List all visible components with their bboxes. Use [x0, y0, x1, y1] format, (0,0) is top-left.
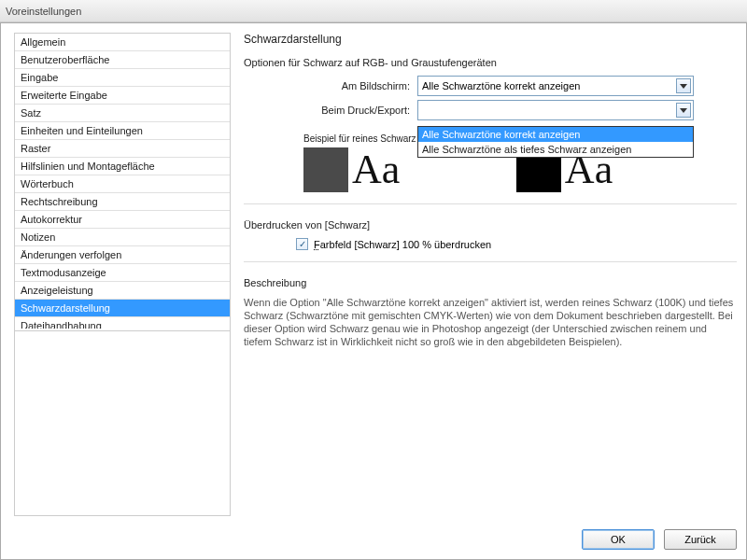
description-group: Beschreibung Wenn die Option "Alle Schwa… [244, 261, 737, 348]
rgb-options-group: Optionen für Schwarz auf RGB- und Graust… [244, 57, 737, 192]
sidebar-item[interactable]: Änderungen verfolgen [15, 246, 230, 264]
category-sidebar: AllgemeinBenutzeroberflächeEingabeErweit… [14, 33, 231, 516]
description-text: Wenn die Option "Alle Schwarztöne korrek… [244, 296, 737, 348]
screen-dropdown[interactable]: Alle Schwarztöne korrekt anzeigen [417, 76, 694, 96]
sidebar-item[interactable]: Textmodusanzeige [15, 264, 230, 282]
sidebar-item[interactable]: Hilfslinien und Montagefläche [15, 158, 230, 175]
export-label: Beim Druck/Export: [244, 105, 417, 116]
sidebar-item[interactable]: Allgemein [15, 34, 230, 51]
chevron-down-icon[interactable] [676, 78, 691, 93]
pure-black-sample: Aa [352, 149, 400, 190]
sidebar-item[interactable]: Dateihandhabung [15, 317, 230, 329]
sidebar-item[interactable]: Autokorrektur [15, 211, 230, 229]
chevron-down-icon[interactable] [676, 103, 691, 118]
description-title: Beschreibung [244, 277, 737, 288]
dialog-frame: AllgemeinBenutzeroberflächeEingabeErweit… [0, 22, 747, 560]
sidebar-item[interactable]: Notizen [15, 229, 230, 246]
pure-black-swatch [303, 147, 348, 192]
dropdown-option[interactable]: Alle Schwarztöne als tiefes Schwarz anze… [418, 142, 693, 157]
main-panel: Schwarzdarstellung Optionen für Schwarz … [231, 33, 746, 516]
dropdown-option[interactable]: Alle Schwarztöne korrekt anzeigen [418, 127, 693, 142]
window-title: Voreinstellungen [6, 6, 81, 17]
screen-dropdown-value: Alle Schwarztöne korrekt anzeigen [422, 80, 580, 91]
sidebar-item[interactable]: Schwarzdarstellung [15, 300, 230, 317]
sidebar-preview-box [15, 330, 230, 515]
sidebar-item[interactable]: Erweiterte Eingabe [15, 87, 230, 105]
export-dropdown[interactable] [417, 100, 694, 120]
sidebar-item[interactable]: Anzeigeleistung [15, 282, 230, 300]
sidebar-item[interactable]: Rechtschreibung [15, 193, 230, 211]
export-dropdown-list[interactable]: Alle Schwarztöne korrekt anzeigenAlle Sc… [417, 126, 694, 158]
overprint-title: Überdrucken von [Schwarz] [244, 219, 737, 231]
overprint-group: Überdrucken von [Schwarz] Farbfeld [Schw… [244, 203, 737, 250]
window-title-bar: Voreinstellungen [0, 0, 747, 22]
group-title: Optionen für Schwarz auf RGB- und Graust… [244, 57, 737, 68]
screen-label: Am Bildschirm: [244, 80, 417, 91]
sidebar-item[interactable]: Einheiten und Einteilungen [15, 122, 230, 140]
ok-button[interactable]: OK [582, 529, 655, 550]
sidebar-item[interactable]: Wörterbuch [15, 175, 230, 193]
sidebar-item[interactable]: Satz [15, 105, 230, 122]
back-button[interactable]: Zurück [664, 529, 737, 550]
page-title: Schwarzdarstellung [244, 33, 737, 46]
overprint-checkbox[interactable] [296, 238, 308, 250]
sidebar-item[interactable]: Raster [15, 140, 230, 158]
sidebar-item[interactable]: Eingabe [15, 69, 230, 87]
sidebar-item[interactable]: Benutzeroberfläche [15, 51, 230, 69]
overprint-checkbox-label[interactable]: Farbfeld [Schwarz] 100 % überdrucken [314, 239, 491, 250]
